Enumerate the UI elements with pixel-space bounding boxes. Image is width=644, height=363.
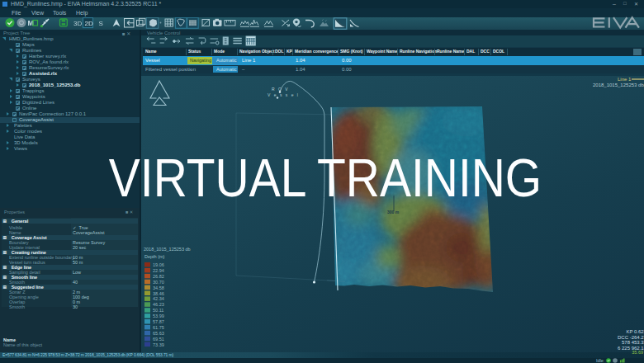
svg-text:57.87: 57.87 <box>153 319 164 324</box>
svg-text:V e s s e l: V e s s e l <box>268 92 299 97</box>
svg-text:46.23: 46.23 <box>153 302 164 307</box>
svg-text:Depth (m): Depth (m) <box>144 254 165 259</box>
svg-text:S: S <box>99 20 103 27</box>
svg-text:34.58: 34.58 <box>153 285 164 290</box>
svg-text:53.99: 53.99 <box>153 314 164 318</box>
svg-text:300 m: 300 m <box>387 210 400 214</box>
svg-text:30.70: 30.70 <box>153 280 164 285</box>
svg-text:Line 1: Line 1 <box>618 77 632 82</box>
svg-text:19.06: 19.06 <box>153 262 164 267</box>
svg-text:65.63: 65.63 <box>153 331 164 336</box>
svg-text:69.51: 69.51 <box>153 337 164 342</box>
svg-text:3D: 3D <box>73 20 82 27</box>
svg-text:26.82: 26.82 <box>153 274 164 279</box>
svg-text:2018_1015_125253 db: 2018_1015_125253 db <box>593 82 644 87</box>
svg-text:2D: 2D <box>85 20 93 27</box>
svg-text:578 453.33: 578 453.33 <box>622 340 644 345</box>
svg-text:2018_1015_125253 db: 2018_1015_125253 db <box>144 247 191 252</box>
svg-text:42.34: 42.34 <box>153 296 164 301</box>
svg-text:DCC -264.27: DCC -264.27 <box>618 335 644 340</box>
svg-text:73.39: 73.39 <box>153 342 164 347</box>
svg-text:22.94: 22.94 <box>153 268 164 273</box>
svg-text:KP 0.622: KP 0.622 <box>626 329 644 334</box>
svg-text:R O V: R O V <box>272 87 289 92</box>
svg-text:50.11: 50.11 <box>153 308 163 313</box>
svg-text:61.75: 61.75 <box>153 325 164 330</box>
svg-text:38.46: 38.46 <box>153 291 164 296</box>
